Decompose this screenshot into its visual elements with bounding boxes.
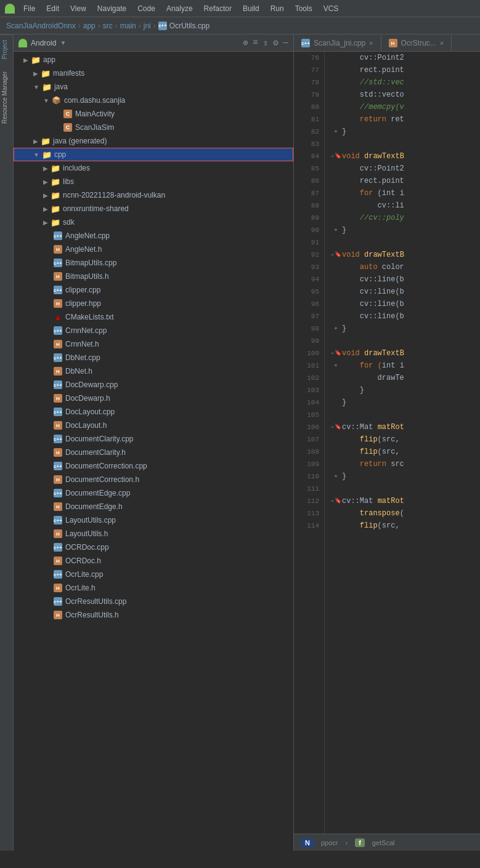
cpp-icon: c++ bbox=[53, 380, 63, 390]
locate-icon[interactable]: ⊕ bbox=[243, 38, 248, 48]
sort-icon[interactable]: ⇕ bbox=[263, 38, 268, 48]
breadcrumb-app[interactable]: app bbox=[83, 22, 96, 30]
tree-item-manifests[interactable]: ▶ 📁 manifests bbox=[14, 66, 293, 80]
chevron-icon: ▶ bbox=[23, 57, 28, 63]
tree-item-dbnet-h[interactable]: H DbNet.h bbox=[14, 364, 293, 378]
tree-label-ncnn: ncnn-20221128-android-vulkan bbox=[63, 191, 165, 199]
tree-item-mainactivity[interactable]: C MainActivity bbox=[14, 107, 293, 121]
tree-item-scanjiasim[interactable]: C ScanJiaSim bbox=[14, 121, 293, 134]
resource-manager-tab-label[interactable]: Resource Manager bbox=[0, 68, 13, 127]
tree-item-cpp[interactable]: ▼ 📁 cpp bbox=[14, 148, 293, 161]
menu-build[interactable]: Build bbox=[238, 3, 264, 14]
tab-ocrstruct[interactable]: H OcrStruc... × bbox=[381, 35, 452, 51]
h-icon: H bbox=[53, 529, 63, 539]
tree-item-bitmaputils-cpp[interactable]: c++ BitmapUtils.cpp bbox=[14, 256, 293, 270]
gutter-101: ● bbox=[330, 360, 342, 372]
dropdown-icon[interactable]: ▼ bbox=[60, 39, 66, 46]
tree-label-includes: includes bbox=[63, 164, 90, 172]
menu-view[interactable]: View bbox=[65, 3, 91, 14]
tree-item-includes[interactable]: ▶ 📁 includes bbox=[14, 161, 293, 175]
tree-item-documentclarity-h[interactable]: H DocumentClarity.h bbox=[14, 446, 293, 459]
tree-label-documentclarity-h: DocumentClarity.h bbox=[65, 448, 126, 457]
cpp-icon: c++ bbox=[53, 407, 63, 417]
tree-item-documentedge-h[interactable]: H DocumentEdge.h bbox=[14, 500, 293, 513]
menu-analyze[interactable]: Analyze bbox=[161, 3, 198, 14]
badge-n: N bbox=[301, 838, 314, 847]
code-line-101: ● for (int i bbox=[330, 360, 480, 372]
tree-item-crnnnet-cpp[interactable]: c++ CrnnNet.cpp bbox=[14, 324, 293, 337]
project-tab-label[interactable]: Project bbox=[0, 34, 13, 63]
tab-close-ocrstruct[interactable]: × bbox=[440, 39, 444, 47]
tree-label-dbnet-h: DbNet.h bbox=[65, 367, 92, 376]
line-numbers: 76 77 78 79 80 81 82 83 84 85 86 87 88 8… bbox=[294, 52, 325, 834]
tree-item-documentcorrection-h[interactable]: H DocumentCorrection.h bbox=[14, 473, 293, 486]
tree-item-ocrresultutils-cpp[interactable]: c++ OcrResultUtils.cpp bbox=[14, 595, 293, 608]
tree-item-documentclarity-cpp[interactable]: c++ DocumentClarity.cpp bbox=[14, 432, 293, 446]
code-lines: cv::Point2 rect.point //std::vec std::ve… bbox=[325, 52, 480, 834]
tree-item-java[interactable]: ▼ 📁 java bbox=[14, 80, 293, 94]
menu-run[interactable]: Run bbox=[266, 3, 289, 14]
tree-item-cmakelists[interactable]: ▲ CMakeLists.txt bbox=[14, 310, 293, 324]
tree-item-java-gen[interactable]: ▶ 📁 java (generated) bbox=[14, 134, 293, 148]
breadcrumb-project[interactable]: ScanJiaAndroidOnnx bbox=[6, 22, 76, 30]
tree-item-anglenet-h[interactable]: H AngleNet.h bbox=[14, 243, 293, 256]
tree-label-clipper-cpp: clipper.cpp bbox=[65, 286, 100, 294]
settings-icon[interactable]: ⚙ bbox=[273, 38, 278, 48]
code-line-95: cv::line(b bbox=[330, 286, 480, 298]
menu-code[interactable]: Code bbox=[132, 3, 160, 14]
code-line-94: cv::line(b bbox=[330, 273, 480, 286]
tree-label-mainactivity: MainActivity bbox=[75, 110, 115, 118]
tree-item-docdewarp-cpp[interactable]: c++ DocDewarp.cpp bbox=[14, 378, 293, 392]
collapse-icon[interactable]: ≡ bbox=[253, 38, 258, 48]
tree-item-ocrdoc-cpp[interactable]: c++ OCRDoc.cpp bbox=[14, 540, 293, 554]
tree-label-app: app bbox=[43, 55, 55, 64]
tree-item-ncnn[interactable]: ▶ 📁 ncnn-20221128-android-vulkan bbox=[14, 188, 293, 202]
tree-item-clipper-cpp[interactable]: c++ clipper.cpp bbox=[14, 283, 293, 297]
tree-item-clipper-hpp[interactable]: H clipper.hpp bbox=[14, 297, 293, 310]
code-line-80: //memcpy(v bbox=[330, 101, 480, 113]
tree-item-ocrdoc-h[interactable]: H OCRDoc.h bbox=[14, 554, 293, 568]
tree-item-layoututils-h[interactable]: H LayoutUtils.h bbox=[14, 527, 293, 540]
tree-item-sdk[interactable]: ▶ 📁 sdk bbox=[14, 215, 293, 229]
breadcrumb-src[interactable]: src bbox=[103, 22, 113, 30]
tree-item-dbnet-cpp[interactable]: c++ DbNet.cpp bbox=[14, 351, 293, 364]
tree-item-libs[interactable]: ▶ 📁 libs bbox=[14, 175, 293, 188]
cpp-icon: c++ bbox=[53, 597, 63, 606]
tree-item-doclayout-h[interactable]: H DocLayout.h bbox=[14, 419, 293, 432]
tree-label-documentcorrection-cpp: DocumentCorrection.cpp bbox=[65, 462, 147, 470]
menu-tools[interactable]: Tools bbox=[290, 3, 317, 14]
cpp-icon: c++ bbox=[53, 353, 63, 363]
menu-refactor[interactable]: Refactor bbox=[199, 3, 237, 14]
folder-icon: 📁 bbox=[51, 204, 60, 214]
close-panel-icon[interactable]: — bbox=[283, 38, 288, 48]
tree-item-ocrresultutils-h[interactable]: H OcrResultUtils.h bbox=[14, 608, 293, 622]
tree-item-bitmaputils-h[interactable]: H BitmapUtils.h bbox=[14, 270, 293, 283]
breadcrumb-main[interactable]: main bbox=[120, 22, 136, 30]
tab-scanjia-jni[interactable]: c++ ScanJia_jni.cpp × bbox=[294, 35, 381, 51]
tree-item-app[interactable]: ▶ 📁 app bbox=[14, 53, 293, 66]
tab-close-scanjia[interactable]: × bbox=[369, 39, 373, 47]
tree-item-doclayout-cpp[interactable]: c++ DocLayout.cpp bbox=[14, 405, 293, 419]
side-panel-labels: Project Resource Manager bbox=[0, 34, 14, 851]
tree-item-crnnnet-h[interactable]: H CrnnNet.h bbox=[14, 337, 293, 351]
tree-item-layoututils-cpp[interactable]: c++ LayoutUtils.cpp bbox=[14, 513, 293, 527]
tree-item-documentedge-cpp[interactable]: c++ DocumentEdge.cpp bbox=[14, 486, 293, 500]
code-line-86: rect.point bbox=[330, 175, 480, 187]
tree-item-docdewarp-h[interactable]: H DocDewarp.h bbox=[14, 392, 293, 405]
breadcrumb-jni[interactable]: jni bbox=[144, 22, 151, 30]
tree-item-ocrlite-h[interactable]: H OcrLite.h bbox=[14, 581, 293, 595]
menu-vcs[interactable]: VCS bbox=[319, 3, 344, 14]
menu-navigate[interactable]: Navigate bbox=[92, 3, 131, 14]
menu-edit[interactable]: Edit bbox=[41, 3, 64, 14]
tree-item-ocrlite-cpp[interactable]: c++ OcrLite.cpp bbox=[14, 568, 293, 581]
tree-item-package[interactable]: ▼ 📦 com.dashu.scanjia bbox=[14, 94, 293, 107]
tree-label-cpp: cpp bbox=[54, 150, 66, 159]
tree-item-documentcorrection-cpp[interactable]: c++ DocumentCorrection.cpp bbox=[14, 459, 293, 473]
tree-item-onnxruntime[interactable]: ▶ 📁 onnxruntime-shared bbox=[14, 202, 293, 215]
menu-file[interactable]: File bbox=[18, 3, 40, 14]
code-line-76: cv::Point2 bbox=[330, 52, 480, 64]
tree-label-manifests: manifests bbox=[53, 69, 84, 78]
tree-label-docdewarp-h: DocDewarp.h bbox=[65, 394, 110, 403]
tree-item-anglenet-cpp[interactable]: c++ AngleNet.cpp bbox=[14, 229, 293, 243]
chevron-icon: ▼ bbox=[33, 84, 39, 90]
